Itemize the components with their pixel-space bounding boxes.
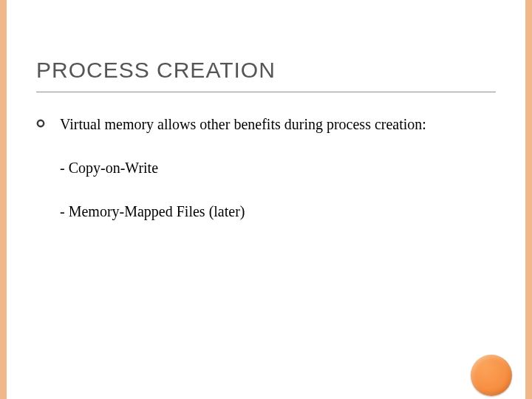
- sub-point: - Memory-Mapped Files (later): [36, 202, 494, 221]
- ring-bullet-icon: [36, 115, 60, 128]
- slide-title: PROCESS CREATION: [36, 58, 276, 83]
- slide: PROCESS CREATION Virtual memory allows o…: [7, 0, 525, 399]
- decorative-sphere-icon: [471, 355, 512, 396]
- accent-bar-right: [525, 0, 532, 399]
- svg-point-0: [38, 120, 44, 126]
- intro-text: Virtual memory allows other benefits dur…: [60, 115, 426, 134]
- sub-point: - Copy-on-Write: [36, 159, 494, 177]
- slide-content: Virtual memory allows other benefits dur…: [36, 115, 494, 246]
- bullet-row: Virtual memory allows other benefits dur…: [36, 115, 494, 134]
- title-underline: [36, 92, 496, 92]
- accent-bar-left: [0, 0, 7, 399]
